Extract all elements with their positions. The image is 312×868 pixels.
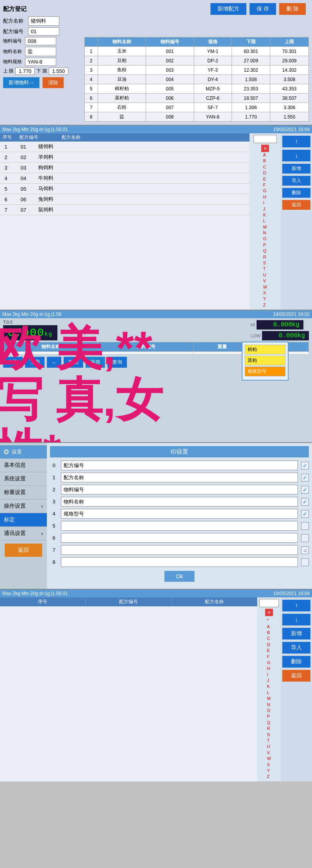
alpha-letter[interactable]: T xyxy=(263,266,267,272)
return-button[interactable]: 返回 xyxy=(282,200,310,210)
alpha-letter[interactable]: E xyxy=(263,176,267,182)
alpha-letter[interactable]: V xyxy=(263,278,267,284)
alpha-letter[interactable]: Y xyxy=(263,296,267,302)
alpha-letter[interactable]: W xyxy=(263,284,267,290)
alpha-letter[interactable]: S xyxy=(263,260,267,266)
popup-item-caipu[interactable]: 菜粕 xyxy=(245,356,285,365)
ok-button[interactable]: Ok xyxy=(164,571,195,582)
new-material-button[interactable]: 新增物料→ xyxy=(3,77,39,88)
alpha-letter[interactable]: Z xyxy=(263,302,267,308)
s5-x-button[interactable]: × xyxy=(265,609,273,616)
s5-new-button[interactable]: 新增 xyxy=(282,628,310,639)
alphabet-search-input[interactable] xyxy=(253,135,277,143)
alpha-letter[interactable]: D xyxy=(263,170,267,176)
alpha-letter[interactable]: A xyxy=(263,152,267,158)
list-item[interactable]: 3 03 狗饲料 xyxy=(0,163,250,173)
list-item[interactable]: 6 06 兔饲料 xyxy=(0,194,250,205)
s5-alpha-letter[interactable]: U xyxy=(267,744,271,749)
list-item[interactable]: 2 02 羊饲料 xyxy=(0,152,250,163)
s5-alpha-letter[interactable]: N xyxy=(267,702,271,708)
id-checkbox[interactable] xyxy=(301,510,309,518)
id-input-field[interactable] xyxy=(61,473,298,482)
s5-alpha-letter[interactable]: R xyxy=(267,726,271,732)
id-input-field[interactable] xyxy=(61,533,298,543)
id-input-field[interactable] xyxy=(61,509,298,519)
save-button[interactable]: 保 存 xyxy=(250,3,276,15)
list-item[interactable]: 4 04 牛饲料 xyxy=(0,173,250,184)
clear-button[interactable]: 清除 xyxy=(43,77,64,88)
s5-alpha-letter[interactable]: T xyxy=(267,738,271,744)
sidebar-item-calibration[interactable]: 标定 xyxy=(0,513,47,527)
s5-return-button[interactable]: 返回 xyxy=(282,670,310,682)
alpha-letter[interactable]: R xyxy=(263,254,267,260)
delete-button[interactable]: 删 除 xyxy=(279,3,306,15)
front-delete-button[interactable]: 前删 xyxy=(64,357,83,368)
alpha-letter[interactable]: O xyxy=(263,236,267,242)
id-input-field[interactable] xyxy=(61,545,298,555)
alpha-letter[interactable]: U xyxy=(263,272,267,278)
s5-import-button[interactable]: 导入 xyxy=(282,642,310,654)
back-arrow-button[interactable]: ← xyxy=(47,357,61,368)
s5-alpha-letter[interactable]: M xyxy=(267,696,271,701)
alpha-letter[interactable]: N xyxy=(263,230,267,236)
s5-alpha-letter[interactable]: D xyxy=(267,642,271,648)
down-button[interactable]: ↓ xyxy=(282,150,310,161)
id-input-field[interactable] xyxy=(61,497,298,507)
alpha-letter[interactable]: F xyxy=(263,182,267,188)
s5-alpha-letter[interactable]: A xyxy=(267,624,271,630)
id-checkbox[interactable] xyxy=(301,558,309,566)
alpha-letter[interactable]: J xyxy=(263,206,267,212)
s5-alpha-letter[interactable]: W xyxy=(267,756,271,762)
s5-alpha-letter[interactable]: P xyxy=(267,714,271,719)
new-button[interactable]: 新增 xyxy=(282,164,310,174)
id-input-field[interactable] xyxy=(61,521,298,531)
delete-button2[interactable]: 删除 xyxy=(282,188,310,198)
id-checkbox[interactable] xyxy=(301,486,309,494)
popup-item-mianpu[interactable]: 棉粕 xyxy=(245,345,285,354)
s5-alpha-letter[interactable]: C xyxy=(267,636,271,641)
id-checkbox[interactable] xyxy=(301,462,309,469)
s5-alpha-letter[interactable]: E xyxy=(267,648,271,654)
s5-alpha-letter[interactable]: G xyxy=(267,660,271,666)
new-formula-button[interactable]: 新增配方 xyxy=(210,3,246,15)
save-button3[interactable]: 保存 xyxy=(86,357,105,368)
alpha-letter[interactable]: B xyxy=(263,158,267,164)
sidebar-item-operation[interactable]: 操作设置 › xyxy=(0,500,47,513)
alpha-letter[interactable]: M xyxy=(263,224,267,230)
s5-alpha-letter[interactable]: O xyxy=(267,708,271,714)
sidebar-item-comm[interactable]: 通讯设置 › xyxy=(0,527,47,540)
list-item[interactable]: 1 01 猪饲料 xyxy=(0,142,250,152)
alpha-letter[interactable]: C xyxy=(263,164,267,170)
alpha-letter[interactable]: X xyxy=(263,290,267,296)
s5-alpha-letter[interactable]: I xyxy=(267,672,271,678)
alpha-letter[interactable]: H xyxy=(263,194,267,200)
settings-back-button[interactable]: 返回 xyxy=(5,544,42,557)
s5-alpha-letter[interactable]: V xyxy=(267,750,271,756)
s5-alpha-letter[interactable]: Y xyxy=(267,768,271,774)
s5-alpha-letter[interactable]: X xyxy=(267,762,271,768)
up-button[interactable]: ↑ xyxy=(282,136,310,147)
s5-alpha-letter[interactable]: B xyxy=(267,630,271,636)
next-delete-button[interactable]: 下删 xyxy=(25,357,45,368)
alpha-letter[interactable]: I xyxy=(263,200,267,206)
alpha-letter[interactable]: G xyxy=(263,188,267,194)
id-input-field[interactable] xyxy=(61,461,298,470)
alpha-letter[interactable]: P xyxy=(263,242,267,248)
id-checkbox[interactable] xyxy=(301,498,309,506)
s5-alpha-letter[interactable]: Q xyxy=(267,720,271,726)
id-input-field[interactable] xyxy=(61,557,298,567)
s5-alpha-search[interactable] xyxy=(259,599,279,607)
list-item[interactable]: 5 05 马饲料 xyxy=(0,184,250,194)
id-checkbox[interactable] xyxy=(301,474,309,482)
id-input-field[interactable] xyxy=(61,485,298,494)
prev-delete-button[interactable]: 上删 xyxy=(3,357,23,368)
sidebar-item-system[interactable]: 系统设置 xyxy=(0,472,47,486)
alpha-x-button[interactable]: × xyxy=(261,145,269,152)
query-button[interactable]: 查询 xyxy=(107,357,127,368)
s5-alpha-letter[interactable]: L xyxy=(267,690,271,696)
s5-alpha-letter[interactable]: J xyxy=(267,678,271,684)
alpha-letter[interactable]: L xyxy=(263,218,267,224)
s5-alpha-letter[interactable]: Z xyxy=(267,774,271,779)
s5-alpha-letter[interactable]: H xyxy=(267,666,271,671)
s5-alpha-letter[interactable]: * xyxy=(267,618,271,624)
